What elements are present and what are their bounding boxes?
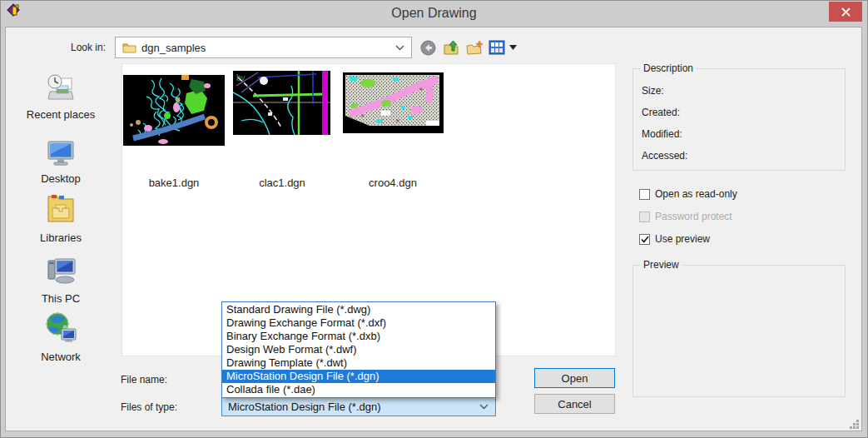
read-only-option: Open as read-only xyxy=(639,188,737,200)
look-in-label: Look in: xyxy=(71,42,106,53)
password-protect-checkbox xyxy=(639,212,650,222)
read-only-label[interactable]: Open as read-only xyxy=(655,188,737,200)
view-menu-caret[interactable] xyxy=(507,38,518,57)
recent-places-icon xyxy=(45,72,77,103)
resize-grip[interactable] xyxy=(849,418,860,429)
size-label: Size: xyxy=(642,85,664,97)
new-folder-icon xyxy=(466,40,484,56)
file-type-dropdown-list: Standard Drawing File (*.dwg) Drawing Ex… xyxy=(221,301,496,398)
dropdown-item-dwt[interactable]: Drawing Template (*.dwt) xyxy=(222,356,495,370)
network-icon xyxy=(43,311,78,346)
sidebar-item-libraries[interactable]: Libraries xyxy=(7,190,115,244)
files-of-type-combobox[interactable]: MicroStation Design File (*.dgn) xyxy=(221,397,496,416)
dropdown-item-dae[interactable]: Collada file (*.dae) xyxy=(222,383,495,396)
view-menu-button[interactable] xyxy=(488,38,506,57)
libraries-icon xyxy=(44,190,77,226)
use-preview-label[interactable]: Use preview xyxy=(655,233,710,245)
back-button[interactable] xyxy=(419,38,437,57)
sidebar-item-label: This PC xyxy=(7,292,115,305)
look-in-combobox[interactable]: dgn_samples xyxy=(115,37,412,58)
checkmark-icon xyxy=(641,236,649,243)
this-pc-icon xyxy=(44,254,77,287)
file-thumbnail-croo4[interactable] xyxy=(343,72,444,137)
use-preview-checkbox[interactable] xyxy=(639,234,650,245)
open-button[interactable]: Open xyxy=(534,368,615,388)
view-menu-icon xyxy=(489,40,505,55)
sidebar-item-network[interactable]: Network xyxy=(7,311,115,363)
desktop-icon xyxy=(46,139,76,167)
password-protect-option: Password protect xyxy=(639,211,732,222)
dropdown-item-dxb[interactable]: Binary Exchange Format (*.dxb) xyxy=(222,330,495,343)
files-of-type-label: Files of type: xyxy=(121,401,177,413)
window-title: Open Drawing xyxy=(0,6,868,21)
files-of-type-value: MicroStation Design File (*.dgn) xyxy=(228,401,381,413)
close-icon xyxy=(841,7,851,17)
sidebar-item-label: Desktop xyxy=(7,172,115,185)
sidebar-item-label: Recent places xyxy=(7,108,115,121)
modified-label: Modified: xyxy=(642,128,682,140)
description-group-title: Description xyxy=(640,62,697,74)
sidebar-item-desktop[interactable]: Desktop xyxy=(7,139,115,185)
dropdown-item-dgn-selected[interactable]: MicroStation Design File (*.dgn) xyxy=(222,370,495,383)
sidebar-item-label: Network xyxy=(7,351,115,363)
preview-group-title: Preview xyxy=(640,259,682,271)
new-folder-button[interactable] xyxy=(465,38,484,57)
password-protect-label: Password protect xyxy=(655,211,732,222)
preview-group: Preview xyxy=(632,265,846,397)
sidebar-item-recent-places[interactable]: Recent places xyxy=(7,72,115,121)
file-label[interactable]: croo4.dgn xyxy=(339,177,447,189)
dropdown-item-dwf[interactable]: Design Web Format (*.dwf) xyxy=(222,343,495,356)
file-label[interactable]: clac1.dgn xyxy=(232,177,332,189)
file-label[interactable]: bake1.dgn xyxy=(123,177,225,189)
back-icon xyxy=(420,40,436,56)
chevron-down-icon xyxy=(395,45,404,51)
chevron-down-icon xyxy=(479,404,489,410)
accessed-label: Accessed: xyxy=(642,150,687,162)
use-preview-option: Use preview xyxy=(639,233,710,245)
read-only-checkbox[interactable] xyxy=(639,189,650,200)
created-label: Created: xyxy=(642,107,680,118)
dropdown-item-dwg[interactable]: Standard Drawing File (*.dwg) xyxy=(222,303,495,316)
up-one-level-button[interactable] xyxy=(442,38,460,57)
close-button[interactable] xyxy=(829,2,862,22)
description-group: Description Size: Created: Modified: Acc… xyxy=(632,68,846,171)
folder-icon xyxy=(122,42,136,53)
open-drawing-dialog: Open Drawing Look in: dgn_samples xyxy=(0,0,868,438)
sidebar-item-label: Libraries xyxy=(7,231,115,244)
cancel-button[interactable]: Cancel xyxy=(534,394,615,414)
sidebar-item-this-pc[interactable]: This PC xyxy=(7,254,115,305)
dropdown-caret-icon xyxy=(509,45,517,50)
look-in-value: dgn_samples xyxy=(141,42,206,54)
file-name-label: File name: xyxy=(121,374,167,386)
resize-grip-icon xyxy=(849,419,860,430)
up-one-level-icon xyxy=(443,40,459,56)
file-thumbnail-clac1[interactable]: by xyxy=(233,71,330,138)
dropdown-item-dxf[interactable]: Drawing Exchange Format (*.dxf) xyxy=(222,316,495,330)
file-thumbnail-bake1[interactable] xyxy=(123,75,225,149)
